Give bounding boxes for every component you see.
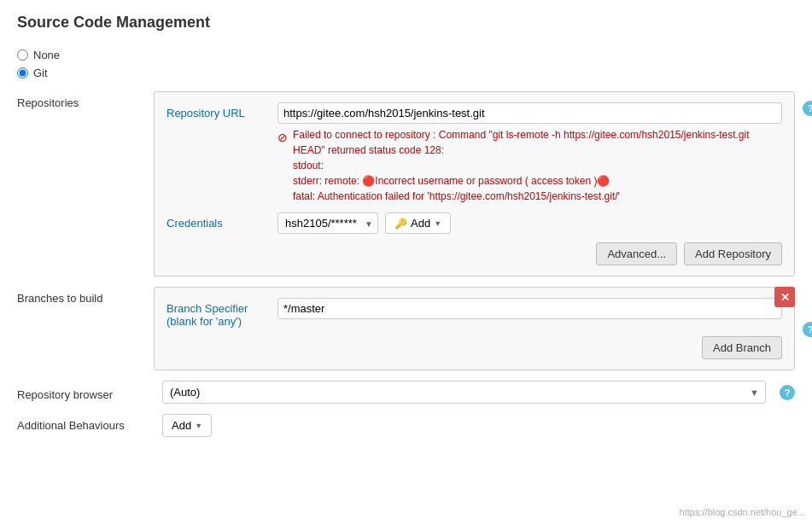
- additional-behaviours-section: Additional Behaviours Add ▼: [17, 414, 795, 437]
- repositories-content: Repository URL ⊘ Failed to connect to re…: [154, 91, 795, 277]
- add-credentials-arrow: ▼: [434, 219, 441, 228]
- repositories-actions: Advanced... Add Repository: [166, 242, 782, 265]
- credentials-select[interactable]: hsh2105/******: [277, 213, 378, 234]
- credentials-label: Credentials: [166, 213, 269, 230]
- branch-specifier-input-wrap: [277, 298, 782, 319]
- repository-url-label: Repository URL: [166, 102, 269, 119]
- branches-content: ✕ Branch Specifier (blank for 'any') Add…: [154, 287, 795, 370]
- credentials-input-wrap: hsh2105/****** ▼ 🔑 Add ▼: [277, 213, 782, 234]
- repository-browser-section: Repository browser (Auto) ▼ ?: [17, 381, 795, 404]
- git-option[interactable]: Git: [17, 67, 795, 79]
- branches-actions: Add Branch: [166, 336, 782, 359]
- branch-specifier-row: Branch Specifier (blank for 'any'): [166, 298, 782, 328]
- add-credentials-label: Add: [411, 217, 430, 230]
- add-behaviour-button[interactable]: Add ▼: [162, 414, 212, 437]
- none-radio[interactable]: [17, 49, 28, 61]
- repository-url-input[interactable]: [277, 102, 782, 124]
- none-option[interactable]: None: [17, 49, 795, 61]
- add-branch-button[interactable]: Add Branch: [702, 336, 782, 359]
- credentials-row: Credentials hsh2105/****** ▼ 🔑 Add ▼: [166, 213, 782, 234]
- error-text: Failed to connect to repository : Comman…: [293, 127, 782, 204]
- scm-radio-group: None Git: [17, 49, 795, 79]
- branch-specifier-input[interactable]: [277, 298, 782, 319]
- git-radio[interactable]: [17, 67, 28, 79]
- error-icon: ⊘: [277, 129, 288, 147]
- add-behaviour-arrow: ▼: [195, 422, 202, 430]
- repo-browser-help-icon[interactable]: ?: [780, 385, 795, 400]
- branches-label: Branches to build: [17, 287, 154, 370]
- error-block: ⊘ Failed to connect to repository : Comm…: [277, 127, 782, 204]
- add-repository-button[interactable]: Add Repository: [684, 242, 782, 265]
- repositories-section: Repositories Repository URL ⊘ Failed to …: [17, 91, 795, 277]
- key-icon: 🔑: [394, 218, 407, 230]
- repository-url-input-wrap: ⊘ Failed to connect to repository : Comm…: [277, 102, 782, 204]
- delete-branch-button[interactable]: ✕: [774, 287, 795, 307]
- add-behaviour-label: Add: [172, 419, 191, 432]
- repo-url-help-icon[interactable]: ?: [803, 101, 812, 116]
- watermark: https://blog.csdn.net/hou_ge...: [680, 507, 805, 517]
- repository-url-row: Repository URL ⊘ Failed to connect to re…: [166, 102, 782, 204]
- repository-browser-select[interactable]: (Auto): [162, 381, 766, 404]
- repositories-label: Repositories: [17, 91, 154, 277]
- branch-help-icon[interactable]: ?: [803, 322, 812, 337]
- add-behaviour-wrapper: Add ▼: [162, 414, 212, 437]
- add-credentials-button[interactable]: 🔑 Add ▼: [385, 213, 451, 234]
- none-label: None: [33, 49, 60, 61]
- additional-behaviours-label: Additional Behaviours: [17, 419, 154, 432]
- git-label: Git: [33, 67, 48, 79]
- repository-browser-label: Repository browser: [17, 383, 154, 401]
- branches-section: Branches to build ✕ Branch Specifier (bl…: [17, 287, 795, 370]
- credentials-select-wrapper: hsh2105/****** ▼: [277, 213, 378, 234]
- advanced-button[interactable]: Advanced...: [596, 242, 677, 265]
- repository-browser-select-wrap: (Auto) ▼: [162, 381, 766, 404]
- page-title: Source Code Management: [17, 14, 795, 32]
- branch-specifier-label: Branch Specifier (blank for 'any'): [166, 298, 269, 328]
